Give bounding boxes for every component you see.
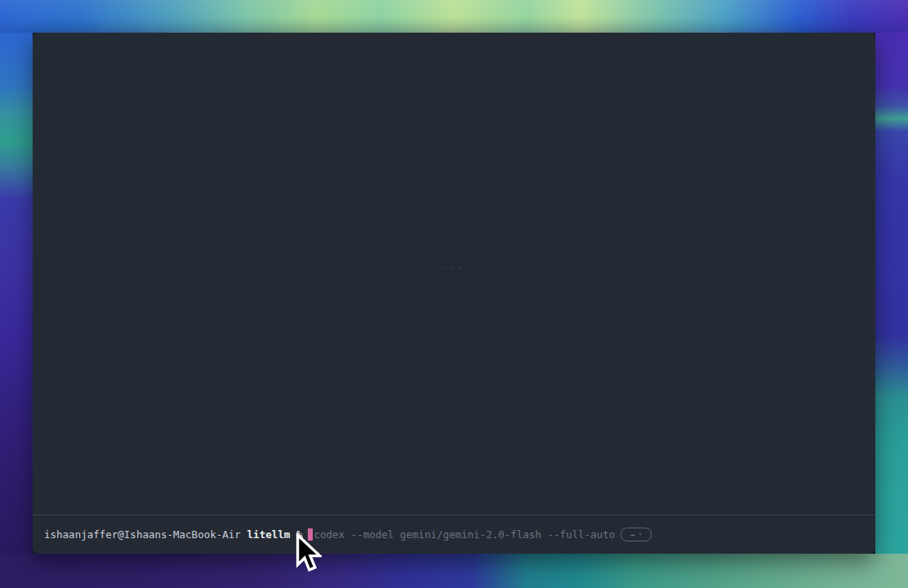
wallpaper-bottom-strip bbox=[0, 554, 908, 588]
terminal-input-bar[interactable]: ishaanjaffer@Ishaans-MacBook-Air litellm… bbox=[33, 514, 875, 554]
wallpaper-top-strip bbox=[0, 0, 908, 33]
wallpaper-left-strip bbox=[0, 33, 33, 554]
terminal-output-area[interactable]: ··· bbox=[33, 33, 875, 514]
prompt-symbol: % bbox=[296, 528, 303, 541]
command-autosuggestion: codex --model gemini/gemini-2.0-flash --… bbox=[314, 528, 615, 541]
loading-dots-text: ··· bbox=[33, 264, 875, 273]
dot-icon: · bbox=[638, 529, 643, 540]
wallpaper-right-strip bbox=[875, 33, 908, 554]
prompt-user-host: ishaanjaffer@Ishaans-MacBook-Air bbox=[44, 528, 241, 541]
desktop: ··· ishaanjaffer@Ishaans-MacBook-Air lit… bbox=[0, 0, 908, 588]
accept-suggestion-hint: → · bbox=[621, 528, 652, 541]
text-cursor bbox=[308, 528, 313, 541]
prompt-directory: litellm bbox=[247, 528, 291, 541]
right-arrow-icon: → bbox=[630, 529, 634, 540]
terminal-window[interactable]: ··· ishaanjaffer@Ishaans-MacBook-Air lit… bbox=[33, 33, 875, 554]
